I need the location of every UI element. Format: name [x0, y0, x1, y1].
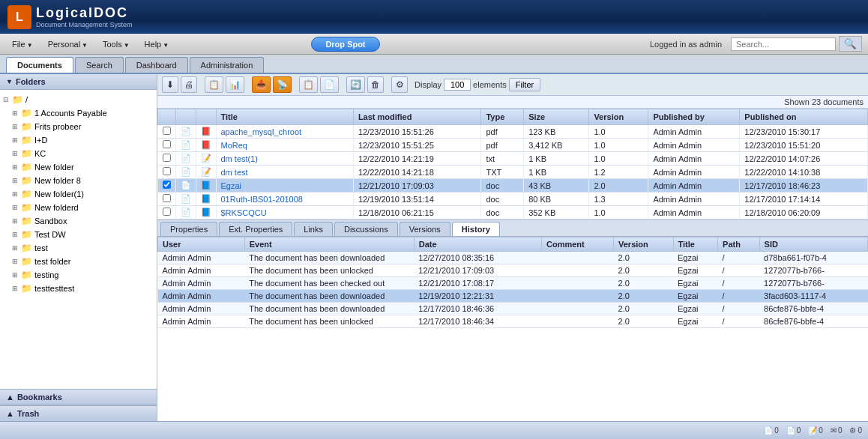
list-item[interactable]: Admin Admin The document has been unlock…: [158, 264, 868, 277]
table-row[interactable]: 📄 📝 dm test 12/22/2010 14:21:18 TXT 1 KB…: [158, 166, 868, 179]
tree-item-newfolderd[interactable]: ⊞ 📁 New folderd: [0, 201, 157, 214]
hist-col-user[interactable]: User: [158, 237, 245, 252]
hist-col-sid[interactable]: SID: [759, 237, 867, 252]
menu-personal[interactable]: Personal: [42, 37, 94, 51]
tree-item-newfolder[interactable]: ⊞ 📁 New folder: [0, 160, 157, 174]
menu-help[interactable]: Help: [139, 37, 175, 51]
bookmarks-header[interactable]: ▲ Bookmarks: [0, 389, 157, 405]
menu-tools[interactable]: Tools: [97, 37, 136, 51]
cell-title[interactable]: dm test: [216, 166, 353, 179]
tree-item-frits[interactable]: ⊞ 📁 Frits probeer: [0, 120, 157, 133]
table-row[interactable]: 📄 📘 01Ruth-IBS01-201008 12/19/2010 13:51…: [158, 193, 868, 206]
cell-title[interactable]: apache_mysql_chroot: [216, 125, 353, 139]
col-published-by[interactable]: Published by: [648, 109, 740, 125]
cell-check[interactable]: [158, 193, 176, 206]
tree-item-testtesttest[interactable]: ⊞ 📁 testtesttest: [0, 282, 157, 295]
tab-properties[interactable]: Properties: [160, 222, 217, 236]
toolbar-delete[interactable]: 🗑: [367, 76, 384, 93]
list-item[interactable]: Admin Admin The document has been unlock…: [158, 315, 868, 328]
tree-root[interactable]: ⊟ 📁 /: [0, 93, 157, 106]
tab-links[interactable]: Links: [294, 222, 333, 236]
alerts-count: 0: [797, 426, 801, 435]
tree-item-accounts-payable[interactable]: ⊞ 📁 1 Accounts Payable: [0, 106, 157, 120]
cell-title[interactable]: 01Ruth-IBS01-201008: [216, 193, 353, 206]
col-type[interactable]: Type: [481, 109, 524, 125]
folders-header[interactable]: ▼ Folders: [0, 74, 157, 90]
search-input[interactable]: [731, 37, 836, 51]
list-item[interactable]: Admin Admin The document has been downlo…: [158, 290, 868, 303]
table-row[interactable]: 📄 📕 MoReq 12/23/2010 15:51:25 pdf 3,412 …: [158, 139, 868, 152]
filter-button[interactable]: Filter: [509, 78, 540, 91]
table-row[interactable]: 📄 📘 $RKSCQCU 12/18/2010 06:21:15 doc 352…: [158, 206, 868, 220]
tree-item-testfolder[interactable]: ⊞ 📁 test folder: [0, 255, 157, 268]
doc-link[interactable]: Egzai: [221, 181, 242, 190]
cell-check[interactable]: [158, 152, 176, 166]
tab-administration[interactable]: Administration: [190, 57, 265, 73]
tab-discussions[interactable]: Discussions: [334, 222, 398, 236]
doc-link[interactable]: dm test(1): [221, 154, 259, 163]
toolbar-add[interactable]: 📥: [252, 76, 271, 93]
list-item[interactable]: Admin Admin The document has been downlo…: [158, 303, 868, 315]
toolbar-download[interactable]: ⬇: [162, 76, 178, 93]
hist-col-version[interactable]: Version: [614, 237, 673, 252]
toolbar-rss[interactable]: 📡: [273, 76, 292, 93]
tab-search[interactable]: Search: [75, 57, 124, 73]
cell-check[interactable]: [158, 166, 176, 179]
tab-ext-properties[interactable]: Ext. Properties: [219, 222, 292, 236]
tab-documents[interactable]: Documents: [6, 57, 73, 73]
tree-item-kc[interactable]: ⊞ 📁 KC: [0, 147, 157, 160]
cell-check[interactable]: [158, 179, 176, 193]
col-title[interactable]: Title: [216, 109, 353, 125]
tree-item-newfolder1[interactable]: ⊞ 📁 New folder(1): [0, 187, 157, 201]
toolbar-print[interactable]: 🖨: [181, 76, 197, 93]
table-row[interactable]: 📄 📘 Egzai 12/21/2010 17:09:03 doc 43 KB …: [158, 179, 868, 193]
tab-dashboard[interactable]: Dashboard: [125, 57, 188, 73]
list-item[interactable]: Admin Admin The document has been downlo…: [158, 252, 868, 264]
col-published-on[interactable]: Published on: [740, 109, 868, 125]
col-version[interactable]: Version: [589, 109, 648, 125]
cell-check[interactable]: [158, 206, 176, 220]
toolbar-refresh[interactable]: 🔄: [346, 76, 365, 93]
cell-check[interactable]: [158, 139, 176, 152]
doc-link[interactable]: $RKSCQCU: [221, 208, 267, 217]
trash-header[interactable]: ▲ Trash: [0, 405, 157, 421]
cell-title[interactable]: Egzai: [216, 179, 353, 193]
col-modified[interactable]: Last modified: [353, 109, 481, 125]
hist-col-event[interactable]: Event: [244, 237, 414, 252]
hist-col-path[interactable]: Path: [718, 237, 760, 252]
display-count-input[interactable]: [444, 79, 471, 91]
menu-file[interactable]: File: [6, 37, 39, 51]
toolbar-view1[interactable]: 📋: [205, 76, 223, 93]
toolbar-settings[interactable]: ⚙: [391, 76, 408, 93]
hist-col-comment[interactable]: Comment: [541, 237, 613, 252]
cell-check[interactable]: [158, 125, 176, 139]
tab-versions[interactable]: Versions: [400, 222, 450, 236]
tree-item-testdw[interactable]: ⊞ 📁 Test DW: [0, 228, 157, 241]
tree-item-testing[interactable]: ⊞ 📁 testing: [0, 268, 157, 282]
toolbar-copy[interactable]: 📋: [299, 76, 318, 93]
tree-item-sandbox[interactable]: ⊞ 📁 Sandbox: [0, 214, 157, 228]
drop-spot-button[interactable]: Drop Spot: [311, 37, 379, 52]
cell-title[interactable]: $RKSCQCU: [216, 206, 353, 220]
status-settings[interactable]: ⚙ 0: [849, 426, 862, 435]
table-row[interactable]: 📄 📕 apache_mysql_chroot 12/23/2010 15:51…: [158, 125, 868, 139]
tab-history[interactable]: History: [452, 222, 500, 236]
toolbar-paste[interactable]: 📄: [320, 76, 339, 93]
doc-link[interactable]: 01Ruth-IBS01-201008: [221, 195, 303, 204]
hist-col-date[interactable]: Date: [414, 237, 541, 252]
doc-link[interactable]: dm test: [221, 168, 248, 177]
search-button[interactable]: 🔍: [839, 36, 862, 52]
table-row[interactable]: 📄 📝 dm test(1) 12/22/2010 14:21:19 txt 1…: [158, 152, 868, 166]
cell-title[interactable]: MoReq: [216, 139, 353, 152]
toolbar-view2[interactable]: 📊: [226, 76, 244, 93]
tree-item-id[interactable]: ⊞ 📁 I+D: [0, 133, 157, 147]
col-size[interactable]: Size: [524, 109, 589, 125]
tree-item-newfolder8[interactable]: ⊞ 📁 New folder 8: [0, 174, 157, 187]
settings-icon[interactable]: ⚙: [849, 426, 856, 435]
list-item[interactable]: Admin Admin The document has been checke…: [158, 277, 868, 290]
hist-col-title[interactable]: Title: [673, 237, 718, 252]
cell-title[interactable]: dm test(1): [216, 152, 353, 166]
doc-link[interactable]: MoReq: [221, 141, 247, 150]
doc-link[interactable]: apache_mysql_chroot: [221, 127, 302, 136]
tree-item-test[interactable]: ⊞ 📁 test: [0, 241, 157, 255]
